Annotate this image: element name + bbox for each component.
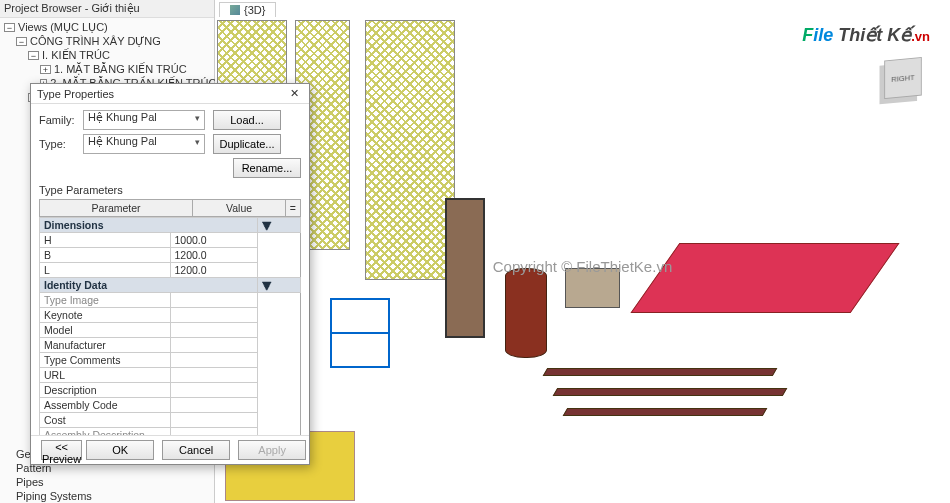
tree-node[interactable]: −I. KIẾN TRÚC bbox=[4, 48, 214, 62]
param-row[interactable]: L1200.0 bbox=[40, 263, 301, 278]
model-beam bbox=[553, 388, 788, 396]
type-label: Type: bbox=[39, 138, 79, 150]
param-row[interactable]: URL bbox=[40, 368, 301, 383]
param-row[interactable]: Manufacturer bbox=[40, 338, 301, 353]
param-row[interactable]: Keynote bbox=[40, 308, 301, 323]
param-row[interactable]: H1000.0 bbox=[40, 233, 301, 248]
tree-root[interactable]: −Views (MỤC LỤC) bbox=[4, 20, 214, 34]
view-cube[interactable]: RIGHT bbox=[875, 58, 930, 113]
param-row[interactable]: Type Image bbox=[40, 293, 301, 308]
type-parameters-label: Type Parameters bbox=[39, 184, 301, 196]
param-row[interactable]: Assembly Description bbox=[40, 428, 301, 436]
param-row[interactable]: Model bbox=[40, 323, 301, 338]
cube-icon bbox=[230, 5, 240, 15]
view-tabs: {3D} bbox=[215, 0, 276, 18]
viewport-3d[interactable]: Copyright © FileThietKe.vn File Thiết Kế… bbox=[215, 18, 950, 503]
family-label: Family: bbox=[39, 114, 79, 126]
col-lock: = bbox=[285, 200, 300, 217]
close-icon[interactable]: ✕ bbox=[285, 87, 303, 100]
project-browser-title: Project Browser - Giới thiệu bbox=[0, 0, 214, 18]
model-slab bbox=[630, 243, 899, 313]
group-dimensions[interactable]: Dimensions⯆ bbox=[40, 218, 301, 233]
param-row[interactable]: Assembly Code bbox=[40, 398, 301, 413]
duplicate-button[interactable]: Duplicate... bbox=[213, 134, 281, 154]
dialog-footer: << Preview OK Cancel Apply bbox=[31, 435, 309, 464]
collapse-icon[interactable]: − bbox=[16, 37, 27, 46]
type-properties-dialog: Type Properties ✕ Family: Hệ Khung Pal L… bbox=[30, 83, 310, 465]
model-beam bbox=[563, 408, 768, 416]
rename-button[interactable]: Rename... bbox=[233, 158, 301, 178]
preview-button[interactable]: << Preview bbox=[41, 440, 82, 460]
param-row[interactable]: B1200.0 bbox=[40, 248, 301, 263]
view-tab-3d[interactable]: {3D} bbox=[219, 2, 276, 17]
model-cylinder bbox=[505, 268, 547, 358]
model-column bbox=[445, 198, 485, 338]
brand-logo: File Thiết Kế.vn bbox=[802, 24, 930, 46]
collapse-icon[interactable]: − bbox=[28, 51, 39, 60]
model-beam bbox=[543, 368, 778, 376]
param-row[interactable]: Description bbox=[40, 383, 301, 398]
model-box bbox=[565, 268, 620, 308]
type-combo[interactable]: Hệ Khung Pal bbox=[83, 134, 205, 154]
group-identity[interactable]: Identity Data⯆ bbox=[40, 278, 301, 293]
expand-icon[interactable]: + bbox=[40, 65, 51, 74]
model-frame bbox=[330, 298, 390, 368]
tree-node[interactable]: Pipes bbox=[4, 475, 215, 489]
family-combo[interactable]: Hệ Khung Pal bbox=[83, 110, 205, 130]
apply-button[interactable]: Apply bbox=[238, 440, 306, 460]
tree-node[interactable]: +1. MẶT BẰNG KIẾN TRÚC bbox=[4, 62, 214, 76]
col-parameter: Parameter bbox=[40, 200, 193, 217]
tree-node[interactable]: Piping Systems bbox=[4, 489, 215, 503]
param-scroll[interactable]: Dimensions⯆ H1000.0 B1200.0 L1200.0 Iden… bbox=[39, 217, 301, 435]
param-table-header: Parameter Value = bbox=[39, 199, 301, 217]
tree-node[interactable]: −CÔNG TRÌNH XÂY DỰNG bbox=[4, 34, 214, 48]
param-row[interactable]: Cost bbox=[40, 413, 301, 428]
ok-button[interactable]: OK bbox=[86, 440, 154, 460]
view-cube-face[interactable]: RIGHT bbox=[884, 57, 922, 99]
param-row[interactable]: Type Comments bbox=[40, 353, 301, 368]
dialog-title-text: Type Properties bbox=[37, 88, 114, 100]
load-button[interactable]: Load... bbox=[213, 110, 281, 130]
col-value: Value bbox=[193, 200, 286, 217]
model-scaffold bbox=[365, 20, 455, 280]
collapse-icon[interactable]: − bbox=[4, 23, 15, 32]
dialog-titlebar[interactable]: Type Properties ✕ bbox=[31, 84, 309, 104]
cancel-button[interactable]: Cancel bbox=[162, 440, 230, 460]
